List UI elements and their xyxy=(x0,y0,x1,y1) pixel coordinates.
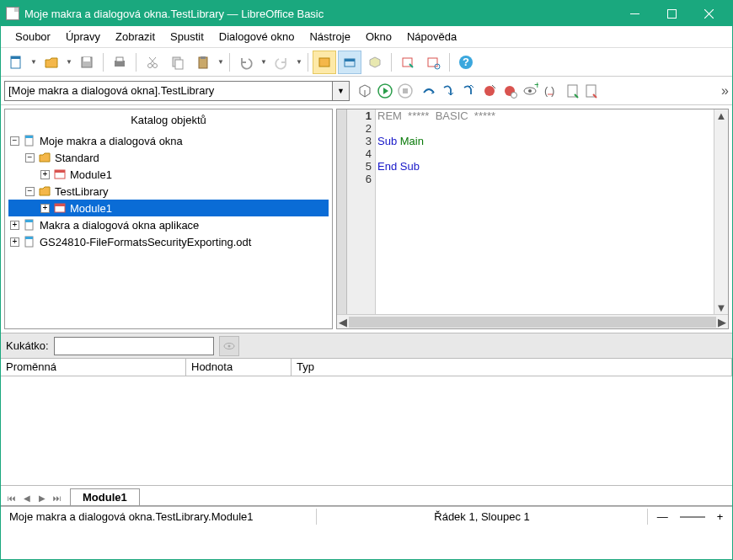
undo-dropdown[interactable]: ▼ xyxy=(259,58,268,66)
dialog-export-icon[interactable] xyxy=(421,51,445,74)
tree-row[interactable]: −TestLibrary xyxy=(8,183,329,200)
col-variable[interactable]: Proměnná xyxy=(1,359,186,376)
menu-view[interactable]: Zobrazit xyxy=(108,28,163,45)
svg-point-33 xyxy=(528,89,532,93)
paste-icon[interactable] xyxy=(191,51,215,74)
menu-edit[interactable]: Úpravy xyxy=(58,28,108,45)
save-icon[interactable] xyxy=(75,51,99,74)
find-parenthesis-icon[interactable]: ( ) xyxy=(542,83,559,99)
tree-row[interactable]: +Makra a dialogová okna aplikace xyxy=(8,216,329,233)
insert-source-icon[interactable] xyxy=(565,83,581,99)
menu-tools[interactable]: Nástroje xyxy=(302,28,357,45)
svg-rect-22 xyxy=(428,58,437,67)
variables-body xyxy=(1,376,732,486)
module-icon xyxy=(53,201,67,215)
save-source-icon[interactable] xyxy=(584,83,599,99)
svg-rect-18 xyxy=(319,58,329,67)
svg-text:( ): ( ) xyxy=(544,84,554,97)
paste-dropdown[interactable]: ▼ xyxy=(217,58,225,66)
vertical-scrollbar[interactable]: ▲▼ xyxy=(714,109,728,314)
horizontal-scrollbar[interactable]: ◀▶ xyxy=(337,314,728,328)
run-icon[interactable] xyxy=(377,83,393,99)
module-tab[interactable]: Module1 xyxy=(70,488,140,505)
watch-add-icon[interactable]: + xyxy=(522,83,538,99)
stop-icon[interactable] xyxy=(397,83,414,99)
minimize-button[interactable] xyxy=(616,1,653,26)
watch-input[interactable] xyxy=(54,337,214,355)
step-over-icon[interactable] xyxy=(420,83,437,99)
menubar: Soubor Úpravy Zobrazit Spustit Dialogové… xyxy=(1,26,732,48)
expander-icon[interactable]: + xyxy=(40,204,50,213)
expander-icon[interactable]: + xyxy=(40,170,50,179)
expander-icon[interactable]: + xyxy=(10,221,19,230)
zoom-slider[interactable] xyxy=(680,516,705,518)
tab-first-icon[interactable]: ⏮ xyxy=(4,490,19,505)
tree-row[interactable]: +Module1 xyxy=(8,166,329,183)
tree-row[interactable]: −Moje makra a dialogová okna xyxy=(8,132,329,149)
svg-rect-41 xyxy=(55,170,65,173)
expander-icon[interactable]: − xyxy=(25,187,35,196)
print-icon[interactable] xyxy=(108,51,131,74)
object-catalog-icon[interactable] xyxy=(313,51,336,74)
dialog-import-icon[interactable] xyxy=(396,51,420,74)
status-cursor: Řádek 1, Sloupec 1 xyxy=(317,509,648,525)
toolbar-overflow-icon[interactable]: » xyxy=(721,83,729,99)
svg-point-10 xyxy=(148,63,152,67)
zoom-in-icon[interactable]: + xyxy=(717,510,724,523)
maximize-button[interactable] xyxy=(653,1,690,26)
breakpoint-margin[interactable] xyxy=(337,109,347,314)
modules-icon[interactable] xyxy=(363,51,387,74)
code-area[interactable]: REM ***** BASIC ***** Sub Main End Sub xyxy=(376,109,714,314)
tree-row[interactable]: −Standard xyxy=(8,149,329,166)
open-icon[interactable] xyxy=(40,51,63,74)
folder-icon xyxy=(38,151,51,164)
object-tree[interactable]: −Moje makra a dialogová okna−Standard+Mo… xyxy=(5,131,332,328)
menu-run[interactable]: Spustit xyxy=(163,28,211,45)
tab-last-icon[interactable]: ⏭ xyxy=(50,490,65,505)
tree-row[interactable]: +GS24810-FileFormatsSecurityExporting.od… xyxy=(8,233,329,250)
copy-icon[interactable] xyxy=(166,51,190,74)
cut-icon[interactable] xyxy=(141,51,164,74)
watch-remove-icon[interactable] xyxy=(219,336,239,356)
expander-icon[interactable]: − xyxy=(10,136,19,146)
redo-icon[interactable] xyxy=(270,51,293,74)
tab-next-icon[interactable]: ▶ xyxy=(35,490,50,505)
menu-dialog[interactable]: Dialogové okno xyxy=(211,28,302,45)
compile-icon[interactable] xyxy=(356,83,373,99)
doc-icon xyxy=(23,218,36,232)
help-icon[interactable]: ? xyxy=(454,51,478,74)
col-value[interactable]: Hodnota xyxy=(186,359,292,376)
object-catalog-panel: Katalog objektů −Moje makra a dialogová … xyxy=(4,109,333,329)
col-type[interactable]: Typ xyxy=(292,359,732,376)
tab-prev-icon[interactable]: ◀ xyxy=(19,490,35,505)
folder-icon xyxy=(38,184,51,198)
menu-help[interactable]: Nápověda xyxy=(399,28,464,45)
svg-point-49 xyxy=(227,344,230,347)
line-number-gutter: 123456 xyxy=(347,109,376,314)
open-dropdown[interactable]: ▼ xyxy=(65,58,73,66)
tree-label: Standard xyxy=(55,152,99,164)
step-out-icon[interactable] xyxy=(461,83,478,99)
menu-window[interactable]: Okno xyxy=(358,28,399,45)
redo-dropdown[interactable]: ▼ xyxy=(295,58,303,66)
zoom-out-icon[interactable]: — xyxy=(657,510,668,523)
module-icon xyxy=(53,168,67,181)
menu-file[interactable]: Soubor xyxy=(8,28,58,45)
expander-icon[interactable]: − xyxy=(25,153,35,163)
tree-row[interactable]: +Module1 xyxy=(8,200,329,216)
select-macros-icon[interactable] xyxy=(338,51,361,74)
new-dropdown[interactable]: ▼ xyxy=(29,58,38,66)
expander-icon[interactable]: + xyxy=(10,237,19,247)
new-icon[interactable] xyxy=(4,51,28,74)
undo-icon[interactable] xyxy=(234,51,258,74)
breakpoint-icon[interactable] xyxy=(481,83,498,99)
tree-label: GS24810-FileFormatsSecurityExporting.odt xyxy=(40,236,251,248)
library-combo-dropdown[interactable]: ▼ xyxy=(333,81,350,101)
standard-toolbar: ▼ ▼ ▼ ▼ ▼ ? xyxy=(1,48,732,77)
tree-label: Makra a dialogová okna aplikace xyxy=(40,219,199,232)
library-combo[interactable] xyxy=(4,81,333,101)
svg-rect-47 xyxy=(25,237,33,239)
manage-breakpoints-icon[interactable] xyxy=(501,83,518,99)
close-button[interactable] xyxy=(690,1,727,26)
step-into-icon[interactable] xyxy=(441,83,457,99)
